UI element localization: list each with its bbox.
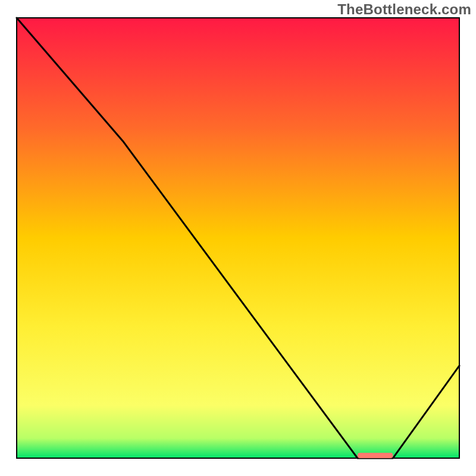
optimal-marker-segment bbox=[358, 453, 393, 458]
chart-background-gradient bbox=[17, 18, 459, 458]
chart-svg bbox=[0, 0, 476, 476]
chart-container: { "watermark": "TheBottleneck.com", "cha… bbox=[0, 0, 476, 476]
watermark-label: TheBottleneck.com bbox=[337, 1, 471, 18]
